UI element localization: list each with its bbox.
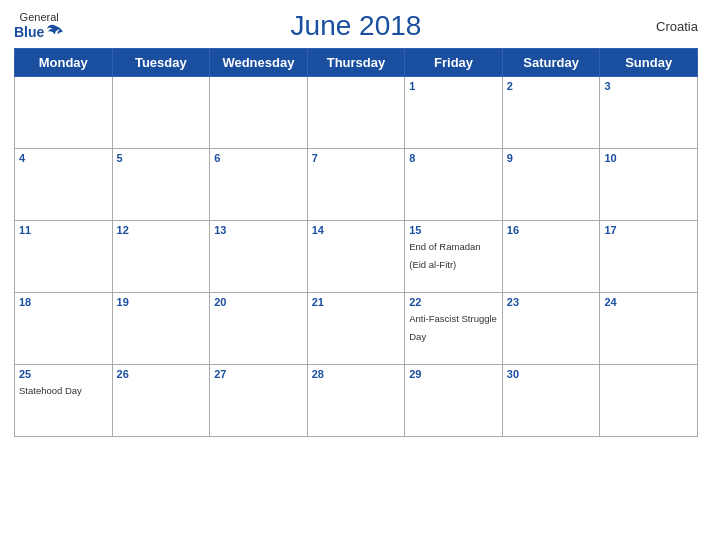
calendar-container: General Blue June 2018 Croatia Monday Tu… — [0, 0, 712, 550]
header-thursday: Thursday — [307, 49, 405, 77]
day-number: 6 — [214, 152, 303, 164]
calendar-day-cell: 21 — [307, 293, 405, 365]
calendar-day-cell: 23 — [502, 293, 600, 365]
day-number: 18 — [19, 296, 108, 308]
calendar-day-cell: 10 — [600, 149, 698, 221]
calendar-day-cell: 7 — [307, 149, 405, 221]
day-number: 13 — [214, 224, 303, 236]
calendar-day-cell: 12 — [112, 221, 210, 293]
day-number: 21 — [312, 296, 401, 308]
day-number: 19 — [117, 296, 206, 308]
day-number: 27 — [214, 368, 303, 380]
calendar-day-cell: 19 — [112, 293, 210, 365]
calendar-day-cell — [210, 77, 308, 149]
day-number: 8 — [409, 152, 498, 164]
calendar-day-cell: 2 — [502, 77, 600, 149]
calendar-week-row: 25Statehood Day2627282930 — [15, 365, 698, 437]
calendar-day-cell: 18 — [15, 293, 113, 365]
header-wednesday: Wednesday — [210, 49, 308, 77]
event-text: End of Ramadan (Eid al-Fitr) — [409, 241, 480, 270]
calendar-day-cell: 9 — [502, 149, 600, 221]
calendar-day-cell: 5 — [112, 149, 210, 221]
day-number: 9 — [507, 152, 596, 164]
day-number: 11 — [19, 224, 108, 236]
day-number: 5 — [117, 152, 206, 164]
logo-general: General — [20, 12, 59, 23]
logo: General Blue — [14, 12, 64, 41]
calendar-day-cell: 14 — [307, 221, 405, 293]
day-number: 24 — [604, 296, 693, 308]
country-label: Croatia — [656, 19, 698, 34]
day-number: 1 — [409, 80, 498, 92]
header-saturday: Saturday — [502, 49, 600, 77]
calendar-day-cell: 26 — [112, 365, 210, 437]
calendar-day-cell: 17 — [600, 221, 698, 293]
calendar-day-cell: 6 — [210, 149, 308, 221]
day-number: 4 — [19, 152, 108, 164]
day-number: 23 — [507, 296, 596, 308]
calendar-table: Monday Tuesday Wednesday Thursday Friday… — [14, 48, 698, 437]
day-number: 15 — [409, 224, 498, 236]
day-number: 20 — [214, 296, 303, 308]
header-monday: Monday — [15, 49, 113, 77]
calendar-day-cell: 25Statehood Day — [15, 365, 113, 437]
calendar-week-row: 45678910 — [15, 149, 698, 221]
day-number: 22 — [409, 296, 498, 308]
page-title: June 2018 — [291, 10, 422, 42]
calendar-day-cell: 8 — [405, 149, 503, 221]
calendar-day-cell — [307, 77, 405, 149]
calendar-header: General Blue June 2018 Croatia — [14, 10, 698, 42]
calendar-day-cell — [112, 77, 210, 149]
calendar-day-cell: 3 — [600, 77, 698, 149]
event-text: Statehood Day — [19, 385, 82, 396]
day-number: 16 — [507, 224, 596, 236]
calendar-day-cell: 27 — [210, 365, 308, 437]
day-number: 28 — [312, 368, 401, 380]
calendar-day-cell: 30 — [502, 365, 600, 437]
header-tuesday: Tuesday — [112, 49, 210, 77]
calendar-day-cell: 4 — [15, 149, 113, 221]
calendar-day-cell: 11 — [15, 221, 113, 293]
day-number: 2 — [507, 80, 596, 92]
day-number: 29 — [409, 368, 498, 380]
day-number: 7 — [312, 152, 401, 164]
day-number: 3 — [604, 80, 693, 92]
day-number: 17 — [604, 224, 693, 236]
calendar-day-cell: 1 — [405, 77, 503, 149]
calendar-day-cell: 24 — [600, 293, 698, 365]
calendar-day-cell: 13 — [210, 221, 308, 293]
calendar-week-row: 1112131415End of Ramadan (Eid al-Fitr)16… — [15, 221, 698, 293]
day-number: 12 — [117, 224, 206, 236]
calendar-week-row: 123 — [15, 77, 698, 149]
day-number: 14 — [312, 224, 401, 236]
calendar-day-cell: 29 — [405, 365, 503, 437]
logo-bird-icon — [46, 23, 64, 41]
header-sunday: Sunday — [600, 49, 698, 77]
day-number: 25 — [19, 368, 108, 380]
day-number: 10 — [604, 152, 693, 164]
calendar-day-cell: 20 — [210, 293, 308, 365]
calendar-day-cell: 28 — [307, 365, 405, 437]
weekday-header-row: Monday Tuesday Wednesday Thursday Friday… — [15, 49, 698, 77]
calendar-day-cell: 22Anti-Fascist Struggle Day — [405, 293, 503, 365]
day-number: 30 — [507, 368, 596, 380]
calendar-day-cell: 16 — [502, 221, 600, 293]
day-number: 26 — [117, 368, 206, 380]
event-text: Anti-Fascist Struggle Day — [409, 313, 497, 342]
calendar-day-cell — [15, 77, 113, 149]
header-friday: Friday — [405, 49, 503, 77]
logo-blue: Blue — [14, 25, 44, 39]
calendar-day-cell — [600, 365, 698, 437]
calendar-week-row: 1819202122Anti-Fascist Struggle Day2324 — [15, 293, 698, 365]
calendar-day-cell: 15End of Ramadan (Eid al-Fitr) — [405, 221, 503, 293]
